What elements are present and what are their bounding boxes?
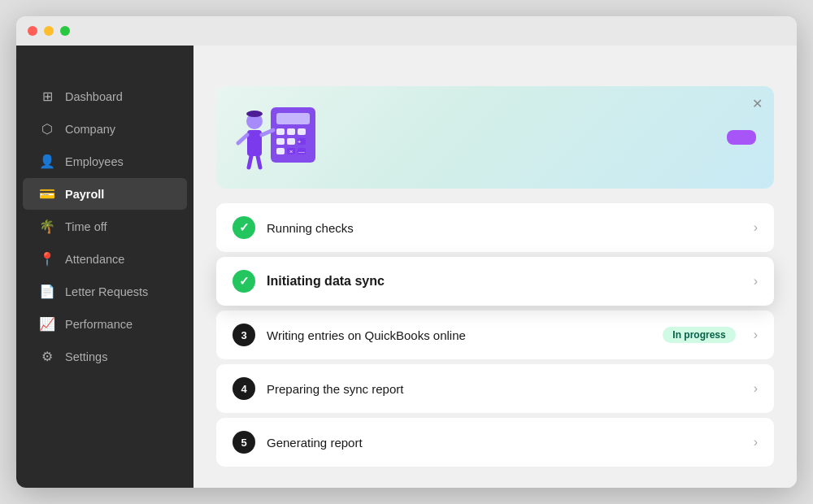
performance-icon: 📈 — [39, 316, 55, 332]
steps-list: ✓ Running checks › ✓ Initiating data syn… — [216, 203, 774, 467]
sidebar-label-letter-requests: Letter Requests — [65, 285, 148, 298]
svg-rect-5 — [276, 138, 285, 145]
svg-rect-6 — [287, 138, 295, 145]
svg-rect-4 — [298, 128, 306, 135]
banner-close-button[interactable]: ✕ — [752, 96, 763, 111]
company-icon: ⬡ — [39, 121, 55, 137]
settings-icon: ⚙ — [39, 349, 55, 364]
step-number-icon-4: 4 — [233, 377, 255, 400]
attendance-icon: 📍 — [39, 251, 55, 267]
svg-line-18 — [249, 156, 251, 167]
sidebar-label-employees: Employees — [65, 155, 124, 168]
step-chevron-5: › — [754, 435, 758, 450]
svg-text:×: × — [289, 148, 293, 155]
payroll-icon: 💳 — [39, 186, 55, 202]
banner-text — [337, 128, 702, 147]
step-item-3[interactable]: 3 Writing entries on QuickBooks online I… — [216, 311, 774, 359]
sidebar-item-settings[interactable]: ⚙ Settings — [23, 341, 187, 372]
nav-list: ⊞ Dashboard ⬡ Company 👤 Employees 💳 Payr… — [16, 80, 193, 373]
sidebar-item-letter-requests[interactable]: 📄 Letter Requests — [23, 276, 187, 307]
sidebar-item-company[interactable]: ⬡ Company — [23, 113, 187, 145]
svg-rect-3 — [287, 128, 295, 135]
sidebar-label-dashboard: Dashboard — [65, 90, 123, 103]
sidebar-label-payroll: Payroll — [65, 188, 104, 201]
step-item-1[interactable]: ✓ Running checks › — [216, 203, 774, 252]
minimize-dot[interactable] — [44, 26, 54, 36]
step-chevron-4: › — [754, 381, 758, 396]
svg-rect-2 — [276, 128, 285, 135]
sidebar-label-settings: Settings — [65, 350, 107, 363]
sidebar-item-dashboard[interactable]: ⊞ Dashboard — [23, 80, 187, 112]
banner: + × — — [216, 86, 774, 189]
step-label-3: Writing entries on QuickBooks online — [267, 328, 651, 342]
step-label-5: Generating report — [267, 436, 742, 450]
svg-rect-15 — [247, 130, 262, 156]
step-done-icon-2: ✓ — [233, 270, 255, 293]
sidebar-item-performance[interactable]: 📈 Performance — [23, 308, 187, 340]
svg-rect-1 — [276, 113, 310, 124]
step-number-icon-5: 5 — [233, 431, 255, 454]
logo — [16, 60, 193, 80]
sidebar-item-payroll[interactable]: 💳 Payroll — [23, 178, 187, 210]
sidebar-label-company: Company — [65, 123, 115, 136]
dashboard-icon: ⊞ — [39, 89, 55, 104]
step-label-2: Initiating data sync — [267, 274, 742, 289]
banner-illustration: + × — — [234, 101, 324, 174]
step-item-2[interactable]: ✓ Initiating data sync › — [216, 257, 774, 306]
letter-requests-icon: 📄 — [39, 284, 55, 299]
svg-point-20 — [246, 111, 263, 117]
svg-rect-9 — [276, 148, 285, 154]
app-window: ⊞ Dashboard ⬡ Company 👤 Employees 💳 Payr… — [16, 16, 797, 488]
step-label-1: Running checks — [267, 221, 742, 235]
step-chevron-2: › — [754, 274, 758, 289]
illustration-svg: + × — — [234, 101, 324, 174]
step-done-icon-1: ✓ — [233, 216, 255, 239]
app-layout: ⊞ Dashboard ⬡ Company 👤 Employees 💳 Payr… — [16, 46, 797, 488]
close-dot[interactable] — [28, 26, 37, 36]
step-label-4: Preparing the sync report — [267, 382, 742, 396]
step-badge-3: In progress — [663, 327, 735, 343]
sidebar-item-employees[interactable]: 👤 Employees — [23, 146, 187, 177]
svg-line-16 — [238, 135, 247, 143]
step-item-5[interactable]: 5 Generating report › — [216, 418, 774, 467]
sidebar: ⊞ Dashboard ⬡ Company 👤 Employees 💳 Payr… — [16, 46, 193, 488]
maximize-dot[interactable] — [60, 26, 70, 36]
main-content: + × — — [193, 46, 797, 488]
step-chevron-3: › — [754, 328, 758, 342]
sidebar-item-attendance[interactable]: 📍 Attendance — [23, 243, 187, 275]
step-item-4[interactable]: 4 Preparing the sync report › — [216, 364, 774, 413]
titlebar — [16, 16, 797, 46]
svg-text:—: — — [298, 148, 305, 155]
svg-text:+: + — [298, 138, 302, 146]
step-chevron-1: › — [754, 220, 758, 235]
banner-actions — [715, 130, 756, 145]
step-number-icon-3: 3 — [233, 324, 255, 346]
sidebar-label-timeoff: Time off — [65, 220, 107, 233]
sidebar-label-performance: Performance — [65, 318, 133, 331]
contact-support-button[interactable] — [727, 130, 756, 145]
sidebar-label-attendance: Attendance — [65, 253, 124, 266]
timeoff-icon: 🌴 — [39, 219, 55, 234]
sidebar-item-timeoff[interactable]: 🌴 Time off — [23, 211, 187, 242]
employees-icon: 👤 — [39, 154, 55, 169]
svg-line-19 — [258, 156, 260, 167]
